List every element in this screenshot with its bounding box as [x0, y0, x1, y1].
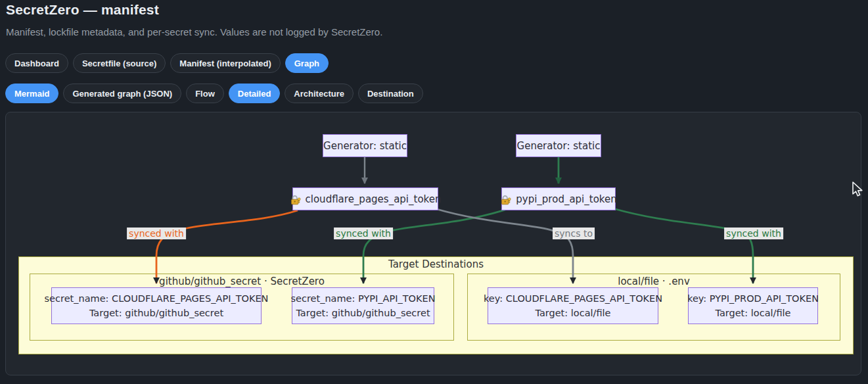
- secret-label: pypi_prod_api_token: [516, 193, 616, 205]
- edge-label-synced-with-1: synced with: [127, 228, 186, 239]
- cluster-label: github/github_secret · SecretZero: [30, 276, 453, 287]
- secret-node-pypi: pypi_prod_api_token: [501, 187, 616, 210]
- tab-dashboard[interactable]: Dashboard: [5, 53, 68, 73]
- lock-with-key-icon: [500, 195, 511, 205]
- dest-line1: key: PYPI_PROD_API_TOKEN: [687, 291, 819, 306]
- view-tab-generated-graph-json[interactable]: Generated graph (JSON): [63, 84, 181, 103]
- lock-with-key-icon: [290, 195, 301, 205]
- dest-box-local-cloudflare: key: CLOUDFLARE_PAGES_API_TOKEN Target: …: [488, 287, 658, 324]
- view-tab-detailed[interactable]: Detailed: [229, 84, 281, 103]
- view-tab-destination[interactable]: Destination: [358, 84, 423, 103]
- view-tab-architecture[interactable]: Architecture: [285, 84, 354, 103]
- primary-tab-bar: Dashboard Secretfile (source) Manifest (…: [5, 53, 329, 73]
- mermaid-diagram: Target Destinations github/github_secret…: [6, 112, 861, 375]
- cluster-label: local/file · .env: [468, 276, 840, 287]
- page-title: SecretZero — manifest: [6, 2, 159, 18]
- tab-secretfile-source[interactable]: Secretfile (source): [73, 53, 166, 73]
- cluster-label: Target Destinations: [19, 258, 853, 270]
- secret-label: cloudflare_pages_api_token: [306, 193, 442, 205]
- dest-line2: Target: github/github_secret: [89, 306, 223, 320]
- dest-line1: secret_name: CLOUDFLARE_PAGES_API_TOKEN: [45, 291, 269, 306]
- secret-node-cloudflare: cloudflare_pages_api_token: [292, 187, 438, 210]
- dest-box-github-cloudflare: secret_name: CLOUDFLARE_PAGES_API_TOKEN …: [51, 287, 262, 324]
- generator-label: Generator: static: [323, 140, 407, 152]
- dest-line2: Target: local/file: [715, 306, 790, 320]
- graph-panel: Target Destinations github/github_secret…: [5, 112, 861, 375]
- edge-label-syncs-to: syncs to: [553, 228, 595, 239]
- dest-line2: Target: local/file: [535, 306, 610, 320]
- tab-manifest-interpolated[interactable]: Manifest (interpolated): [170, 53, 280, 73]
- edge-label-synced-with-3: synced with: [724, 228, 783, 239]
- generator-label: Generator: static: [517, 140, 601, 152]
- edge-label-synced-with-2: synced with: [334, 228, 393, 239]
- dest-line1: secret_name: PYPI_API_TOKEN: [290, 291, 435, 306]
- mouse-cursor: [852, 181, 864, 199]
- view-tab-flow[interactable]: Flow: [186, 84, 224, 103]
- graph-view-tab-bar: Mermaid Generated graph (JSON) Flow Deta…: [5, 84, 423, 103]
- dest-line2: Target: github/github_secret: [296, 306, 430, 320]
- dest-box-local-pypi: key: PYPI_PROD_API_TOKEN Target: local/f…: [688, 287, 818, 324]
- page-subtitle: Manifest, lockfile metadata, and per-sec…: [6, 26, 382, 37]
- generator-node-2: Generator: static: [516, 134, 601, 157]
- tab-graph[interactable]: Graph: [285, 53, 329, 73]
- view-tab-mermaid[interactable]: Mermaid: [5, 84, 58, 103]
- dest-box-github-pypi: secret_name: PYPI_API_TOKEN Target: gith…: [292, 287, 434, 324]
- dest-line1: key: CLOUDFLARE_PAGES_API_TOKEN: [484, 291, 662, 306]
- generator-node-1: Generator: static: [323, 134, 407, 157]
